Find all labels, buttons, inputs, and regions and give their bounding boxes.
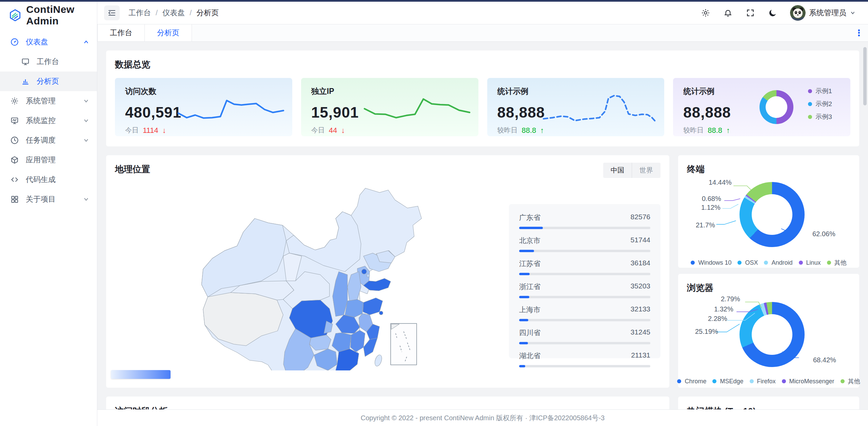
stat-card-sample-donut: 统计示例 88,888 较昨日 88.8 ↑ 示例1 示例2 [673, 78, 850, 136]
slice-label: 2.79% [721, 295, 740, 303]
province-bar-fill [519, 227, 543, 229]
legend-item[interactable]: Chrome [677, 377, 706, 385]
legend-item[interactable]: OSX [737, 259, 758, 267]
province-name: 四川省 [519, 328, 540, 338]
sidebar-item-app-management[interactable]: 应用管理 [0, 150, 97, 170]
slice-label: 2.28% [708, 315, 727, 323]
slice-label: 1.12% [701, 204, 721, 211]
dark-mode-toggle[interactable] [768, 8, 778, 18]
sparkline-chart [178, 91, 283, 128]
province-bar-fill [519, 296, 529, 298]
browser-donut [739, 302, 805, 367]
legend-item[interactable]: Firefox [750, 377, 776, 385]
province-bar-track [519, 342, 650, 344]
province-value: 82576 [631, 213, 650, 222]
tab-more-button[interactable]: ⋮ [854, 24, 863, 41]
province-bar-track [519, 365, 650, 367]
user-menu[interactable]: 系统管理员 [790, 5, 856, 21]
sidebar-item-workplace[interactable]: 工作台 [0, 52, 97, 72]
vertical-scrollbar-thumb[interactable] [863, 47, 867, 105]
legend-dot [808, 102, 812, 106]
legend-dot [764, 261, 768, 265]
legend-item[interactable]: MSEdge [712, 377, 743, 385]
breadcrumb: 工作台 / 仪表盘 / 分析页 [129, 8, 219, 18]
breadcrumb-item[interactable]: 仪表盘 [162, 8, 185, 18]
legend-item[interactable]: Android [764, 259, 792, 267]
legend-item[interactable]: 示例3 [808, 113, 832, 121]
province-bar-fill [519, 319, 528, 321]
sidebar-item-label: 任务调度 [26, 135, 83, 145]
legend-label: 示例1 [815, 87, 832, 96]
sidebar-item-dashboard[interactable]: 仪表盘 [0, 32, 97, 52]
fullscreen-button[interactable] [745, 8, 755, 18]
gear-icon [701, 8, 710, 18]
overview-panel: 数据总览 访问次数 480,591 今日 1114 ↓ [106, 50, 859, 146]
legend-label: Windows 10 [698, 259, 731, 266]
legend-label: Firefox [757, 378, 776, 385]
legend-item[interactable]: 示例2 [808, 100, 832, 108]
slice-label: 62.06% [812, 230, 835, 238]
china-map[interactable] [182, 179, 433, 370]
sidebar-item-analysis[interactable]: 分析页 [0, 72, 97, 91]
tab-workplace[interactable]: 工作台 [97, 24, 145, 41]
notifications-button[interactable] [723, 8, 733, 18]
province-value: 35203 [631, 282, 650, 291]
sidebar-item-system-monitor[interactable]: 系统监控 [0, 111, 97, 130]
legend-label: 示例2 [815, 100, 832, 108]
sparkline-chart [544, 91, 655, 128]
settings-button[interactable] [701, 8, 711, 18]
chevron-down-icon [83, 98, 90, 104]
province-name: 北京市 [519, 236, 540, 245]
legend-item[interactable]: Windows 10 [691, 259, 731, 267]
sample-donut-chart [760, 90, 793, 124]
sidebar-item-label: 分析页 [37, 76, 90, 86]
province-row: 四川省31245 [519, 328, 650, 344]
tab-analysis[interactable]: 分析页 [145, 24, 192, 41]
legend-item[interactable]: Linux [799, 259, 821, 267]
topbar: 工作台 / 仪表盘 / 分析页 [97, 2, 868, 24]
geo-panel: 地理位置 中国 世界 [106, 155, 669, 388]
province-row: 北京市51744 [519, 236, 650, 252]
province-name: 浙江省 [519, 282, 540, 291]
sidebar-item-label: 代码生成 [26, 175, 90, 185]
sidebar-item-code-generation[interactable]: 代码生成 [0, 170, 97, 189]
chevron-down-icon [83, 137, 90, 144]
panda-avatar-image [790, 5, 806, 21]
breadcrumb-item[interactable]: 分析页 [196, 8, 219, 18]
stat-sub-label: 今日 [311, 126, 325, 135]
breadcrumb-separator: / [190, 8, 192, 17]
sidebar-item-label: 系统管理 [26, 96, 83, 106]
chevron-down-icon [850, 10, 856, 16]
user-name: 系统管理员 [809, 8, 846, 18]
legend-item[interactable]: 示例1 [808, 87, 832, 96]
legend-item[interactable]: 其他 [827, 259, 847, 267]
logo[interactable]: ContiNew Admin [0, 2, 97, 29]
sidebar-item-about-project[interactable]: 关于项目 [0, 189, 97, 209]
toggle-world[interactable]: 世界 [632, 163, 660, 178]
legend-dot [808, 89, 812, 93]
section-title: 地理位置 [115, 163, 660, 175]
legend-item[interactable]: 其他 [841, 377, 860, 385]
sidebar-item-label: 关于项目 [26, 194, 83, 204]
terminal-panel: 终端 14.44% [678, 155, 859, 268]
legend-item[interactable]: MicroMessenger [782, 377, 834, 385]
stat-card-unique-ip: 独立IP 15,901 今日 44 ↓ [301, 78, 478, 136]
toggle-china[interactable]: 中国 [603, 163, 632, 178]
monitor-graph-icon [10, 116, 19, 125]
avatar[interactable] [790, 5, 806, 21]
province-name: 湖北省 [519, 351, 540, 361]
sidebar-item-system-management[interactable]: 系统管理 [0, 91, 97, 111]
menu-fold-button[interactable] [104, 5, 120, 20]
stat-delta: 44 [329, 126, 337, 135]
legend-label: MSEdge [720, 378, 743, 385]
sidebar: ContiNew Admin 仪表盘 工作台 [0, 2, 97, 426]
province-value: 36184 [631, 259, 650, 268]
province-name: 广东省 [519, 213, 540, 222]
sidebar-item-task-schedule[interactable]: 任务调度 [0, 130, 97, 150]
province-bar-track [519, 296, 650, 298]
sidebar-item-label: 系统监控 [26, 116, 83, 126]
tab-bar: 工作台 分析页 ⋮ [97, 24, 868, 42]
legend-label: 示例3 [815, 113, 832, 121]
slice-label: 25.19% [695, 328, 718, 336]
breadcrumb-item[interactable]: 工作台 [129, 8, 151, 18]
